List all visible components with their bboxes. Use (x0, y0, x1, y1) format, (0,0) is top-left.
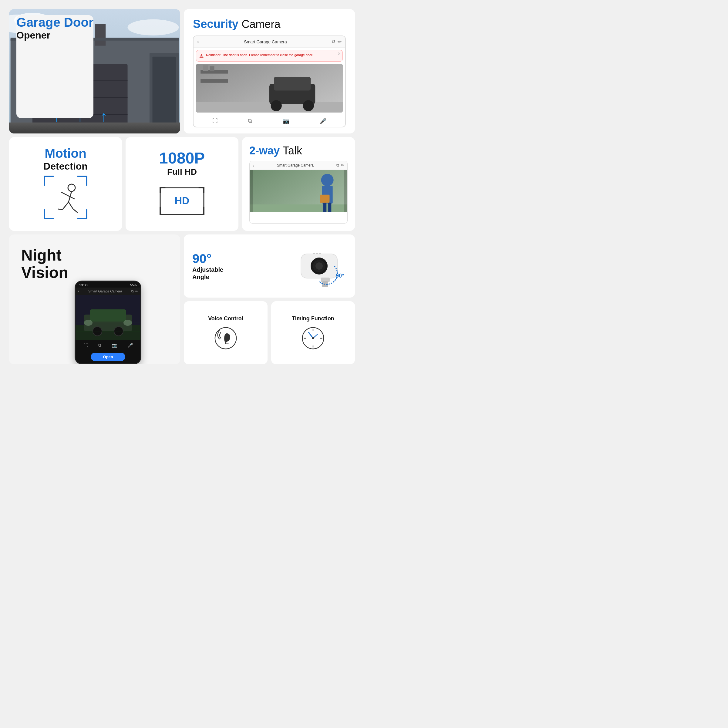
svg-point-41 (321, 174, 334, 186)
camera-feed (196, 64, 343, 113)
svg-rect-12 (153, 57, 176, 130)
svg-line-31 (63, 202, 69, 210)
night-phone-header: ‹ Smart Garage Camera ⧉ ✏ (75, 288, 141, 295)
timing-icon (301, 326, 325, 350)
night-phone-bottom: ⛶ ⧉ 📷 🎤 (75, 340, 141, 350)
copy-icon: ⧉ (332, 39, 335, 44)
angle-label: Adjustable Angle (192, 266, 223, 281)
svg-point-51 (124, 320, 132, 326)
garage-title-black: Opener (16, 30, 93, 41)
timing-function-card: Timing Function (271, 301, 355, 364)
garage-title: Garage Door Opener (16, 15, 93, 118)
svg-rect-38 (250, 205, 347, 213)
svg-rect-26 (210, 66, 214, 71)
night-header-icons: ⧉ ✏ (132, 289, 138, 293)
night-phone-mockup: 13:30 55% ‹ Smart Garage Camera ⧉ ✏ (75, 281, 141, 364)
phone-bottom-bar: ⛶ ⧉ 📷 🎤 (194, 115, 345, 127)
night-battery: 55% (130, 283, 137, 287)
night-camera-feed (75, 295, 141, 340)
svg-rect-20 (274, 77, 310, 90)
twoway-title-blue: 2-way (249, 144, 280, 157)
night-open-btn-area: Open (75, 350, 141, 363)
svg-text:↑: ↑ (100, 108, 107, 125)
phone-header: ‹ Smart Garage Camera ⧉ ✏ (194, 36, 345, 47)
night-title-line1: Night (21, 246, 68, 264)
svg-rect-25 (203, 65, 208, 71)
svg-line-33 (69, 202, 73, 209)
video-icon[interactable]: ⧉ (248, 118, 252, 124)
svg-rect-43 (320, 195, 329, 203)
motion-title-blue: Motion (44, 146, 86, 161)
svg-rect-5 (95, 24, 106, 46)
svg-rect-24 (200, 79, 228, 83)
angle-label-line2: Angle (192, 273, 223, 281)
svg-point-50 (84, 320, 93, 326)
svg-line-74 (309, 332, 313, 338)
svg-text:90°: 90° (336, 273, 344, 279)
hd-title: 1080P (159, 149, 205, 167)
night-back-button[interactable]: ‹ (78, 289, 79, 293)
svg-point-61 (315, 262, 323, 270)
twoway-copy-icon: ⧉ (336, 163, 339, 168)
night-camera-icon[interactable]: 📷 (112, 343, 117, 348)
motion-detection-card: Motion Detection (9, 137, 122, 231)
close-banner-button[interactable]: ✕ (338, 52, 341, 56)
night-phone-title: Smart Garage Camera (81, 289, 130, 293)
night-fullscreen-icon[interactable]: ⛶ (83, 343, 88, 348)
svg-rect-67 (319, 253, 321, 254)
twoway-talk-card: 2-way Talk ‹ Smart Garage Camera ⧉ ✏ (242, 137, 355, 231)
header-icons: ⧉ ✏ (332, 39, 341, 44)
security-title-black: Camera (242, 18, 281, 30)
svg-line-32 (58, 209, 63, 210)
svg-point-3 (128, 20, 179, 35)
row3-right-column: 90° Adjustable Angle (184, 234, 355, 364)
motion-title-black: Detection (43, 161, 88, 172)
svg-rect-65 (313, 253, 315, 254)
twoway-edit-icon: ✏ (341, 163, 344, 168)
svg-point-22 (303, 100, 314, 111)
twoway-title-black: Talk (283, 144, 302, 157)
camera-icon[interactable]: 📷 (283, 118, 289, 124)
edit-icon: ✏ (338, 39, 341, 44)
twoway-phone-title: Smart Garage Camera (256, 163, 335, 167)
svg-rect-49 (90, 309, 126, 321)
voice-control-label: Voice Control (208, 315, 243, 322)
night-edit-icon: ✏ (135, 289, 138, 293)
twoway-phone-header: ‹ Smart Garage Camera ⧉ ✏ (250, 161, 347, 170)
security-title: Security Camera (193, 18, 346, 31)
angle-camera-visual: 90° (229, 242, 346, 290)
back-button[interactable]: ‹ (197, 38, 199, 45)
night-title-line2: Vision (21, 264, 68, 281)
twoway-header-icons: ⧉ ✏ (336, 163, 344, 168)
alert-banner: ⚠ Reminder: The door is open. Please rem… (196, 50, 343, 61)
twoway-camera-feed: 🎤 (250, 170, 347, 213)
angle-info: 90° Adjustable Angle (192, 251, 223, 281)
night-phone-wrap: 13:30 55% ‹ Smart Garage Camera ⧉ ✏ (75, 281, 141, 364)
voice-icon (214, 326, 238, 350)
night-copy-icon: ⧉ (132, 289, 134, 293)
night-status-bar: 13:30 55% (75, 281, 141, 288)
garage-title-blue: Garage Door (16, 15, 93, 30)
svg-point-27 (68, 184, 75, 191)
svg-line-34 (73, 209, 78, 213)
hd-card: 1080P Full HD HD (125, 137, 239, 231)
svg-point-76 (312, 337, 314, 339)
alert-text: Reminder: The door is open. Please remem… (206, 53, 313, 57)
mic-icon[interactable]: 🎤 (320, 118, 326, 124)
svg-rect-39 (250, 170, 253, 213)
angle-card: 90° Adjustable Angle (184, 234, 355, 298)
svg-point-21 (271, 100, 282, 111)
twoway-back-button[interactable]: ‹ (253, 163, 254, 168)
security-title-blue: Security (193, 18, 239, 30)
hd-subtitle: Full HD (167, 167, 197, 177)
svg-text:HD: HD (175, 195, 190, 206)
svg-rect-13 (9, 122, 180, 133)
twoway-phone-mockup: ‹ Smart Garage Camera ⧉ ✏ (249, 161, 348, 223)
angle-value: 90° (192, 251, 223, 266)
night-vision-title: Night Vision (21, 246, 68, 281)
motion-detection-icon (41, 173, 90, 222)
night-video-icon[interactable]: ⧉ (98, 343, 101, 348)
night-open-button[interactable]: Open (91, 353, 125, 361)
fullscreen-icon[interactable]: ⛶ (213, 118, 218, 124)
night-mic-icon[interactable]: 🎤 (128, 343, 133, 348)
